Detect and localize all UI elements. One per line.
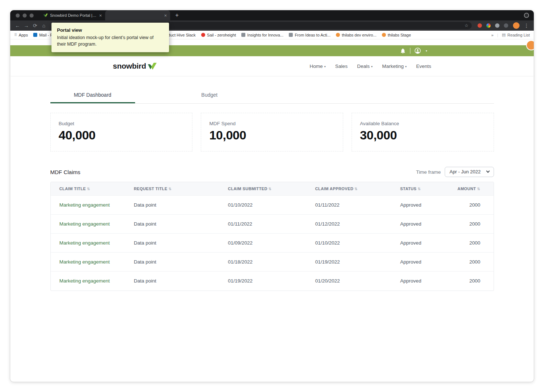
claim-approved-cell: 01/20/2022 [311, 272, 396, 291]
forward-icon[interactable]: → [22, 23, 31, 28]
nav-item-home[interactable]: Home ▾ [310, 64, 326, 69]
tab-search-icon[interactable] [524, 13, 529, 18]
thilabs-favicon-icon [382, 33, 386, 37]
table-row: Marketing engagement Data point 01/18/20… [51, 253, 494, 272]
column-header-request-title[interactable]: REQUEST TITLE⇅ [130, 182, 224, 196]
table-row: Marketing engagement Data point 01/11/20… [51, 215, 494, 234]
claim-title-link[interactable]: Marketing engagement [51, 215, 130, 234]
claim-approved-cell: 01/12/2022 [311, 215, 396, 234]
claim-title-link[interactable]: Marketing engagement [51, 234, 130, 253]
timeframe-label: Time frame [416, 169, 441, 175]
extension-icon[interactable] [478, 23, 482, 28]
timeframe-value: Apr - Jun 2022 [449, 169, 480, 174]
reading-list-button[interactable]: ▤ Reading List [502, 33, 530, 37]
chevron-down-icon: ▾ [405, 65, 407, 68]
amount-cell: 2000 [454, 215, 493, 234]
snowbird-logo[interactable]: snowbird [113, 62, 157, 70]
bookmarks-overflow-icon[interactable]: » [491, 33, 493, 37]
back-icon[interactable]: ← [13, 23, 22, 28]
column-header-claim-title[interactable]: CLAIM TITLE⇅ [51, 182, 130, 196]
browser-tab-active[interactable]: × [105, 10, 170, 20]
amount-cell: 2000 [454, 196, 493, 215]
stat-label: MDF Spend [209, 121, 335, 126]
divider [410, 48, 410, 54]
nav-item-sales[interactable]: Sales [335, 64, 348, 69]
stat-value: 40,000 [59, 128, 184, 142]
bookmark-item[interactable]: Insights for Innova... [241, 33, 283, 37]
nav-item-events[interactable]: Events [416, 64, 431, 69]
snowbird-logo-mark-icon [147, 63, 157, 70]
column-header-claim-approved[interactable]: CLAIM APPROVED⇅ [311, 182, 396, 196]
sort-icon: ⇅ [268, 187, 272, 191]
bookmark-item[interactable]: thilabs dev enviro... [336, 33, 376, 37]
extension-icon[interactable] [495, 23, 499, 28]
bookmark-label: Apps [19, 33, 28, 37]
bookmark-label: thilabs dev enviro... [342, 33, 376, 37]
close-tab-icon[interactable]: × [164, 13, 167, 18]
site-header: snowbird Home ▾ Sales Deals [10, 56, 534, 76]
table-row: Marketing engagement Data point 01/19/20… [51, 272, 494, 291]
zoom-window-button[interactable] [30, 14, 34, 18]
bookmark-apps[interactable]: ⠿ Apps [14, 33, 28, 37]
table-header-row: CLAIM TITLE⇅ REQUEST TITLE⇅ CLAIM SUBMIT… [51, 182, 494, 196]
minimize-window-button[interactable] [23, 14, 27, 18]
notification-bell-icon[interactable] [400, 48, 406, 54]
site-nav: Home ▾ Sales Deals ▾ Marketing ▾ [310, 64, 431, 69]
stat-card-mdf-spend: MDF Spend 10,000 [201, 113, 343, 151]
column-header-status[interactable]: STATUS⇅ [396, 182, 454, 196]
claim-title-link[interactable]: Marketing engagement [51, 253, 130, 272]
stats-row: Budget 40,000 MDF Spend 10,000 Available… [50, 113, 494, 151]
extension-icon[interactable] [504, 23, 508, 28]
reload-icon[interactable]: ⟳ [31, 23, 39, 28]
close-tab-icon[interactable]: × [99, 13, 102, 18]
site-favicon-icon [43, 13, 48, 18]
logo-text: snowbird [113, 62, 146, 70]
claim-submitted-cell: 01/09/2022 [224, 234, 311, 253]
browser-window: Snowbird Demo Portal | CMS × × + ← → ⟳ ⌂… [10, 10, 534, 382]
bookmark-star-icon[interactable]: ☆ [464, 23, 468, 28]
close-window-button[interactable] [16, 14, 20, 18]
nav-item-marketing[interactable]: Marketing ▾ [382, 64, 406, 69]
claim-submitted-cell: 01/11/2022 [224, 215, 311, 234]
bookmark-item[interactable]: From Ideas to Acti... [289, 33, 330, 37]
claim-title-link[interactable]: Marketing engagement [51, 196, 130, 215]
thilabs-favicon-icon [336, 33, 340, 37]
profile-avatar[interactable] [513, 22, 520, 29]
status-cell: Approved [396, 253, 454, 272]
bookmark-item[interactable]: Sail - zeroheight [201, 33, 236, 37]
claim-approved-cell: 01/11/2022 [311, 196, 396, 215]
home-icon[interactable]: ⌂ [39, 23, 48, 28]
browser-menu-icon[interactable]: ⋮ [524, 23, 529, 28]
stat-value: 10,000 [209, 128, 335, 142]
tab-mdf-dashboard[interactable]: MDF Dashboard [50, 87, 135, 103]
column-header-claim-submitted[interactable]: CLAIM SUBMITTED⇅ [224, 182, 311, 196]
claims-table: CLAIM TITLE⇅ REQUEST TITLE⇅ CLAIM SUBMIT… [50, 182, 494, 291]
claim-title-link[interactable]: Marketing engagement [51, 272, 130, 291]
bookmark-item[interactable]: thilabs Stage [382, 33, 411, 37]
request-title-cell: Data point [130, 272, 224, 291]
reading-list-label: Reading List [507, 33, 530, 37]
account-icon[interactable] [414, 47, 421, 54]
calendar-favicon-icon [289, 33, 293, 37]
tab-budget[interactable]: Budget [135, 87, 284, 103]
status-cell: Approved [396, 196, 454, 215]
stat-value: 30,000 [360, 128, 486, 142]
amount-cell: 2000 [454, 253, 493, 272]
nav-item-deals[interactable]: Deals ▾ [357, 64, 373, 69]
amount-cell: 2000 [454, 234, 493, 253]
zeroheight-favicon-icon [201, 33, 205, 37]
claim-approved-cell: 01/10/2022 [311, 234, 396, 253]
new-tab-button[interactable]: + [175, 12, 179, 18]
status-cell: Approved [396, 272, 454, 291]
sort-icon: ⇅ [168, 187, 172, 191]
status-cell: Approved [396, 234, 454, 253]
column-header-amount[interactable]: AMOUNT⇅ [454, 182, 493, 196]
table-row: Marketing engagement Data point 01/09/20… [51, 234, 494, 253]
extension-icon[interactable] [486, 23, 491, 28]
claims-header: MDF Claims Time frame Apr - Jun 2022 [50, 167, 494, 177]
request-title-cell: Data point [130, 234, 224, 253]
chevron-down-icon[interactable]: ▾ [426, 49, 427, 53]
timeframe-select[interactable]: Apr - Jun 2022 [445, 167, 494, 177]
chevron-down-icon: ▾ [324, 65, 326, 68]
browser-tab[interactable]: Snowbird Demo Portal | CMS × [40, 10, 105, 20]
